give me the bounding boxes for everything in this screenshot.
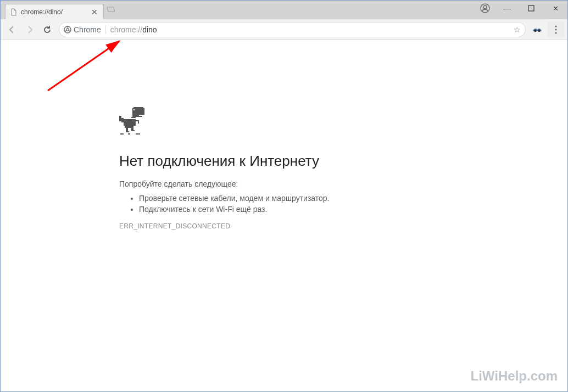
reload-button[interactable] [39,21,55,38]
error-title: Нет подключения к Интернету [119,153,449,170]
svg-rect-10 [133,107,143,108]
svg-rect-22 [126,128,128,132]
svg-rect-16 [119,116,121,121]
svg-rect-14 [132,116,142,117]
url-text: chrome://dino [110,25,157,34]
window-controls: — ✕ [475,1,567,16]
forward-button[interactable] [21,21,38,38]
svg-point-7 [555,25,556,27]
svg-rect-26 [120,133,124,135]
back-button[interactable] [4,21,20,38]
svg-rect-15 [131,117,136,118]
svg-rect-21 [125,126,133,128]
maximize-button[interactable] [519,1,543,16]
svg-point-8 [555,29,556,30]
close-window-button[interactable]: ✕ [543,1,567,16]
error-suggestion-item: Подключитесь к сети Wi-Fi ещё раз. [139,205,449,214]
svg-rect-17 [121,118,124,122]
profile-icon[interactable] [475,3,495,13]
dino-icon[interactable] [119,107,146,135]
error-suggestions: Проверьте сетевые кабели, модем и маршру… [119,194,449,214]
tab-title: chrome://dino/ [21,8,63,16]
svg-rect-11 [132,108,144,115]
error-subtitle: Попробуйте сделать следующее: [119,180,449,188]
minimize-button[interactable]: — [495,1,519,16]
svg-rect-23 [128,131,129,132]
page-content: Нет подключения к Интернету Попробуйте с… [1,40,567,391]
tab-close-button[interactable]: ✕ [90,8,99,16]
file-icon [10,8,18,16]
browser-tab[interactable]: chrome://dino/ ✕ [5,4,104,19]
address-bar[interactable]: Chrome chrome://dino ☆ [59,22,526,37]
url-scheme: chrome:// [110,25,142,34]
titlebar: chrome://dino/ ✕ — ✕ [1,1,567,19]
offline-error-block: Нет подключения к Интернету Попробуйте с… [119,107,449,230]
toolbar: Chrome chrome://dino ☆ [1,19,567,40]
watermark: LiWiHelp.com [471,368,558,384]
svg-point-4 [66,28,69,31]
origin-chip: Chrome [64,25,106,34]
url-path: dino [142,25,157,34]
svg-point-6 [538,29,540,31]
origin-label: Chrome [74,25,101,34]
svg-rect-28 [136,133,140,135]
svg-point-1 [483,5,487,9]
svg-rect-13 [132,115,139,116]
chrome-logo-icon [64,26,71,33]
svg-rect-19 [136,120,139,121]
svg-rect-20 [138,121,139,124]
svg-rect-25 [133,130,135,131]
svg-rect-24 [131,128,133,131]
error-suggestion-item: Проверьте сетевые кабели, модем и маршру… [139,194,449,203]
svg-rect-27 [128,133,130,135]
bookmark-star-icon[interactable]: ☆ [514,25,521,34]
svg-rect-12 [133,109,135,110]
extension-icon[interactable] [529,21,545,38]
svg-rect-18 [124,119,136,126]
error-code: ERR_INTERNET_DISCONNECTED [119,222,449,230]
svg-point-9 [555,32,556,33]
new-tab-button[interactable] [106,4,116,16]
svg-point-5 [534,29,536,31]
svg-rect-2 [528,5,534,11]
menu-button[interactable] [548,21,564,38]
